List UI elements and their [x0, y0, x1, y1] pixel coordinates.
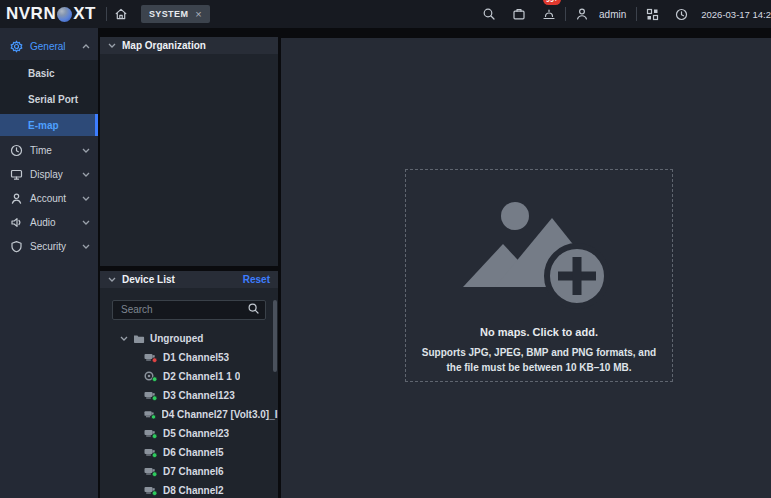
topbar-divider: [565, 7, 566, 21]
logo-text-left: NVRN: [6, 4, 56, 24]
sidebar-item-basic[interactable]: Basic: [0, 60, 98, 86]
gear-icon: [10, 40, 23, 53]
user-icon: [575, 7, 589, 21]
device-row-d5[interactable]: D5 Channel23: [100, 424, 278, 443]
device-label: D7 Channel6: [163, 466, 224, 477]
device-row-d4[interactable]: D4 Channel27 [Volt3.0]_IP...: [100, 405, 278, 424]
sidebar-group-audio[interactable]: Audio: [0, 210, 98, 234]
home-button[interactable]: [107, 0, 135, 28]
sidebar-item-label: E-map: [28, 120, 59, 131]
camera-online-icon: [144, 485, 158, 496]
sidebar-group-label: Display: [30, 169, 63, 180]
sidebar-group-label: Time: [30, 145, 52, 156]
device-row-d8[interactable]: D8 Channel2: [100, 481, 278, 498]
device-search: [112, 299, 266, 319]
toolbox-icon: [512, 7, 526, 21]
datetime-label: 2026-03-17 14:2: [697, 9, 771, 20]
device-row-d6[interactable]: D6 Channel5: [100, 443, 278, 462]
device-list-body: Ungrouped D1 Channel53 D2 Channel1 1 0: [100, 288, 278, 498]
device-search-input[interactable]: [112, 300, 266, 320]
search-button[interactable]: [475, 0, 503, 28]
username-label[interactable]: admin: [598, 9, 634, 20]
search-icon: [247, 302, 260, 315]
tree-group-label: Ungrouped: [150, 333, 203, 344]
logo-text-right: XT: [73, 4, 96, 24]
home-icon: [114, 7, 128, 21]
scrollbar-thumb[interactable]: [273, 300, 277, 372]
chevron-down-icon: [120, 336, 128, 341]
sidebar-group-display[interactable]: Display: [0, 162, 98, 186]
device-row-d1[interactable]: D1 Channel53: [100, 348, 278, 367]
topbar: NVRN XT SYSTEM × 99+: [0, 0, 771, 28]
chevron-down-icon: [108, 43, 116, 48]
sidebar-group-time[interactable]: Time: [0, 138, 98, 162]
add-image-icon: [455, 194, 623, 312]
app-logo: NVRN XT: [0, 4, 106, 24]
tab-system-label: SYSTEM: [149, 9, 188, 19]
chevron-down-icon: [82, 148, 90, 153]
chevron-down-icon: [82, 196, 90, 201]
device-label: D3 Channel123: [163, 390, 235, 401]
sidebar-group-label: Audio: [30, 217, 56, 228]
reset-link[interactable]: Reset: [243, 274, 270, 285]
general-submenu: Basic Serial Port E-map: [0, 60, 98, 136]
topbar-actions: 99+ admin 2026-03-17 14:2: [475, 0, 771, 28]
clock-icon: [10, 144, 23, 157]
chevron-down-icon: [82, 172, 90, 177]
shield-icon: [10, 240, 23, 253]
apps-button[interactable]: [639, 0, 666, 28]
map-canvas: No maps. Click to add. Supports JPG, JPE…: [281, 38, 771, 498]
sidebar-group-label: Account: [30, 193, 66, 204]
user-button[interactable]: [568, 0, 596, 28]
folder-icon: [133, 334, 145, 344]
sidebar-group-security[interactable]: Security: [0, 234, 98, 258]
empty-state-title: No maps. Click to add.: [480, 326, 598, 338]
add-map-dropzone[interactable]: No maps. Click to add. Supports JPG, JPE…: [405, 169, 673, 382]
topbar-divider: [636, 7, 637, 21]
camera-online-icon: [144, 428, 158, 439]
device-label: D8 Channel2: [163, 485, 224, 496]
tab-system[interactable]: SYSTEM ×: [141, 5, 210, 23]
map-organization-title: Map Organization: [122, 40, 206, 51]
device-row-d2[interactable]: D2 Channel1 1 0: [100, 367, 278, 386]
device-list-title: Device List: [122, 274, 175, 285]
device-row-d7[interactable]: D7 Channel6: [100, 462, 278, 481]
clock-icon: [675, 8, 688, 21]
alarm-button[interactable]: 99+: [535, 0, 563, 28]
sidebar-group-general[interactable]: General: [0, 34, 98, 58]
camera-online-icon: [144, 390, 158, 401]
speaker-icon: [10, 216, 23, 229]
device-row-d3[interactable]: D3 Channel123: [100, 386, 278, 405]
sidebar-item-label: Serial Port: [28, 94, 78, 105]
device-tree: Ungrouped D1 Channel53 D2 Channel1 1 0: [100, 329, 278, 498]
logo-globe-icon: [57, 7, 72, 22]
user-icon: [10, 192, 23, 205]
tab-close-icon[interactable]: ×: [195, 10, 202, 18]
sidebar-item-label: Basic: [28, 68, 55, 79]
device-label: D2 Channel1 1 0: [163, 371, 240, 382]
tree-group-ungrouped[interactable]: Ungrouped: [100, 329, 278, 348]
fisheye-camera-icon: [144, 371, 158, 382]
alarm-count-badge: 99+: [543, 0, 561, 5]
device-label: D5 Channel23: [163, 428, 229, 439]
camera-online-icon: [144, 409, 157, 420]
grid-icon: [646, 8, 659, 21]
map-organization-body: [100, 54, 278, 266]
camera-offline-icon: [144, 352, 158, 363]
time-button[interactable]: [668, 0, 695, 28]
chevron-up-icon: [82, 44, 90, 49]
sidebar-item-emap[interactable]: E-map: [0, 114, 98, 136]
map-organization-header[interactable]: Map Organization: [100, 37, 278, 54]
chevron-down-icon: [82, 220, 90, 225]
chevron-down-icon: [82, 244, 90, 249]
sidebar-item-serial-port[interactable]: Serial Port: [0, 86, 98, 112]
device-label: D4 Channel27 [Volt3.0]_IP...: [162, 409, 278, 420]
maintenance-button[interactable]: [505, 0, 533, 28]
middle-column: Map Organization Device List Reset: [100, 37, 278, 498]
alarm-icon: [542, 7, 556, 21]
empty-state-hint: Supports JPG, JPEG, BMP and PNG formats,…: [406, 346, 672, 375]
sidebar-group-account[interactable]: Account: [0, 186, 98, 210]
settings-sidebar: General Basic Serial Port E-map Time Dis…: [0, 28, 98, 498]
search-icon: [482, 7, 496, 21]
device-list-header[interactable]: Device List Reset: [100, 271, 278, 288]
